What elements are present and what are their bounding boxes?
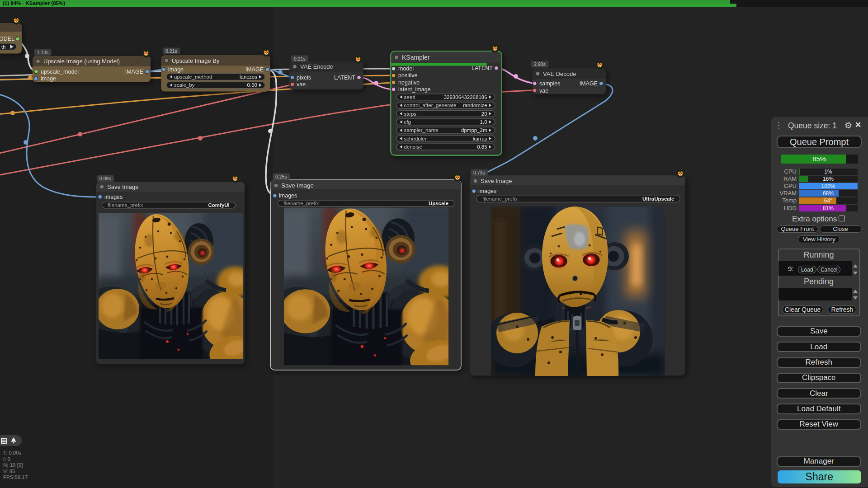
svg-text:ComfyUI: ComfyUI [208,202,230,208]
svg-text:seed: seed [404,94,415,100]
svg-text:Upscale: Upscale [429,201,448,206]
svg-text:filename_prefix: filename_prefix [482,196,518,202]
svg-text:0.25s: 0.25s [275,174,287,179]
svg-text:1.13s: 1.13s [37,50,49,55]
svg-text:positive: positive [398,72,417,79]
svg-text:images: images [279,192,297,199]
svg-text:filename_prefix: filename_prefix [283,201,319,206]
svg-text:denoise: denoise [404,144,422,150]
svg-text:randomize: randomize [463,103,487,108]
svg-text:sampler_name: sampler_name [404,127,439,133]
svg-text:2.90s: 2.90s [534,61,546,67]
svg-text:th: th [1,44,6,50]
svg-text:images: images [104,194,123,200]
svg-text:20: 20 [481,111,487,117]
svg-text:cfg: cfg [404,119,411,125]
svg-text:pixels: pixels [297,75,311,81]
svg-text:scale_by: scale_by [174,82,195,88]
svg-text:Upscale Image By: Upscale Image By [172,57,220,64]
svg-text:upscale_model: upscale_model [41,69,79,75]
svg-text:0.21s: 0.21s [294,56,306,61]
svg-text:IMAGE: IMAGE [245,66,264,73]
svg-text:vae: vae [539,88,548,94]
svg-text:samples: samples [539,80,561,87]
svg-text:0.09s: 0.09s [99,176,111,181]
svg-text:image: image [41,75,56,82]
svg-text:IMAGE: IMAGE [125,69,143,75]
svg-text:0.21s: 0.21s [165,48,177,54]
svg-text:Save Image: Save Image [281,182,314,189]
svg-text:LATENT: LATENT [334,75,355,81]
svg-text:0.73s: 0.73s [473,170,485,175]
svg-text:image: image [168,66,184,73]
svg-text:model: model [398,66,414,72]
svg-text:VAE Decode: VAE Decode [543,70,576,77]
svg-text:vae: vae [297,81,306,88]
svg-text:Upscale Image (using Model): Upscale Image (using Model) [43,58,120,65]
svg-text:negative: negative [398,80,420,86]
svg-text:329306432268186: 329306432268186 [444,94,487,100]
svg-text:filename_prefix: filename_prefix [108,202,143,208]
svg-text:karras: karras [473,136,487,141]
svg-text:steps: steps [404,111,417,117]
svg-text:MODEL: MODEL [0,36,14,42]
svg-text:lanczos: lanczos [240,74,257,80]
svg-text:Save Image: Save Image [107,183,138,190]
svg-text:UltraUpscale: UltraUpscale [642,196,674,202]
svg-text:latent_image: latent_image [398,86,431,93]
svg-text:LATENT: LATENT [472,65,493,71]
svg-text:0.85: 0.85 [477,144,487,150]
svg-text:1.0: 1.0 [480,119,487,125]
svg-text:images: images [478,188,496,194]
svg-text:KSampler: KSampler [402,54,430,61]
svg-text:0.50: 0.50 [247,82,257,88]
svg-text:control_after_generate: control_after_generate [404,103,457,108]
svg-text:Save Image: Save Image [481,178,512,184]
svg-text:upscale_method: upscale_method [174,74,212,80]
svg-text:scheduler: scheduler [404,136,427,141]
svg-text:IMAGE: IMAGE [580,80,598,87]
svg-text:dpmpp_2m: dpmpp_2m [461,127,487,133]
svg-text:VAE Encode: VAE Encode [300,63,333,70]
